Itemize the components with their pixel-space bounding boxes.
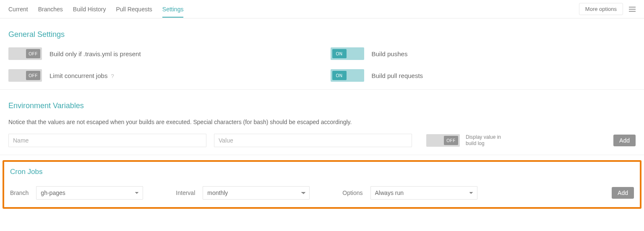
toggle-display-value[interactable]: OFF: [426, 134, 460, 147]
env-add-button[interactable]: Add: [613, 135, 636, 146]
setting-label: Build only if .travis.yml is present: [50, 50, 141, 57]
setting-label: Limit concurrent jobs ?: [50, 72, 114, 79]
env-name-input[interactable]: [8, 134, 206, 147]
env-value-input[interactable]: [214, 134, 412, 147]
tab-current[interactable]: Current: [8, 1, 28, 18]
toggle-knob: ON: [332, 71, 347, 80]
environment-variables-section: Environment Variables Notice that the va…: [0, 90, 644, 155]
more-options-button[interactable]: More options: [579, 3, 623, 15]
toggle-knob: OFF: [444, 136, 458, 145]
cron-branch-select[interactable]: gh-pages: [36, 186, 143, 200]
topbar-right: More options: [579, 3, 636, 15]
setting-build-only-travis-yml: OFF Build only if .travis.yml is present: [8, 47, 314, 60]
topbar: Current Branches Build History Pull Requ…: [0, 0, 644, 18]
tabs: Current Branches Build History Pull Requ…: [8, 1, 579, 18]
cron-title: Cron Jobs: [10, 168, 634, 176]
display-value-label: Display value in build log: [466, 134, 503, 147]
cron-jobs-section: Cron Jobs Branch gh-pages Interval month…: [3, 160, 641, 209]
setting-label-text: Limit concurrent jobs: [50, 72, 107, 79]
setting-build-pull-requests: ON Build pull requests: [331, 69, 636, 82]
toggle-knob: ON: [332, 49, 347, 58]
setting-limit-concurrent: OFF Limit concurrent jobs ?: [8, 69, 314, 82]
env-title: Environment Variables: [8, 101, 636, 110]
toggle-limit-concurrent[interactable]: OFF: [8, 69, 42, 82]
general-settings-section: General Settings OFF Build only if .trav…: [0, 18, 644, 90]
cron-interval-select[interactable]: monthly: [203, 186, 310, 200]
tab-build-history[interactable]: Build History: [73, 1, 106, 18]
env-note: Notice that the values are not escaped w…: [8, 119, 636, 125]
setting-build-pushes: ON Build pushes: [331, 47, 636, 60]
help-icon[interactable]: ?: [111, 73, 114, 79]
general-settings-title: General Settings: [8, 30, 636, 39]
setting-label: Build pull requests: [372, 72, 423, 79]
tab-branches[interactable]: Branches: [38, 1, 63, 18]
toggle-knob: OFF: [26, 71, 40, 80]
tab-settings[interactable]: Settings: [162, 1, 184, 18]
menu-icon[interactable]: [629, 7, 636, 12]
cron-add-button[interactable]: Add: [612, 187, 634, 199]
cron-options-label: Options: [342, 189, 362, 196]
cron-options-select[interactable]: Always run: [370, 186, 477, 200]
cron-branch-label: Branch: [10, 189, 29, 196]
setting-label: Build pushes: [372, 50, 408, 57]
toggle-build-only-travis-yml[interactable]: OFF: [8, 47, 42, 60]
cron-interval-label: Interval: [176, 189, 195, 196]
toggle-build-pull-requests[interactable]: ON: [331, 69, 364, 82]
toggle-build-pushes[interactable]: ON: [331, 47, 364, 60]
toggle-knob: OFF: [26, 49, 40, 58]
tab-pull-requests[interactable]: Pull Requests: [116, 1, 152, 18]
